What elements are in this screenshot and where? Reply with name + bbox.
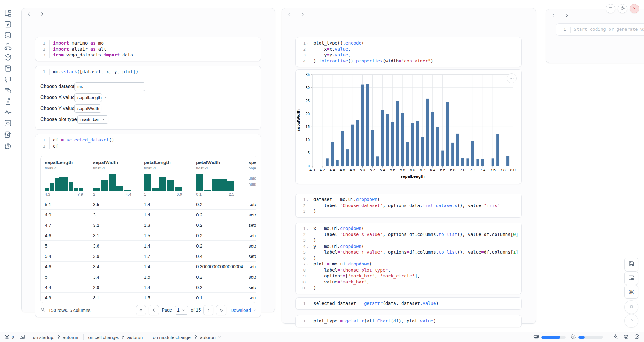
sidebar-item-ai-chat[interactable] <box>4 75 12 84</box>
column-histogram[interactable] <box>45 173 83 191</box>
shutdown-button[interactable] <box>630 4 639 13</box>
table-row[interactable]: 4.63.41.40.30000000000000004setosa <box>41 261 256 272</box>
add-cell-button[interactable] <box>264 11 270 17</box>
column-histogram[interactable] <box>196 173 234 191</box>
code-cell[interactable]: 1⌄x = mo.ui.dropdown(2 label="Choose X v… <box>295 223 522 294</box>
fold-toggle-icon[interactable]: ⌄ <box>306 197 309 203</box>
download-button[interactable]: Download <box>231 308 256 313</box>
code-line: 2import altair as alt <box>37 46 257 52</box>
chart-menu-button[interactable] <box>507 73 517 83</box>
table-row[interactable]: 4.93.11.50.1setosa <box>41 292 256 303</box>
sidebar-item-dependency-graph[interactable] <box>4 42 12 51</box>
scroll-right-icon[interactable] <box>564 13 569 18</box>
column-header-sepalWidth[interactable]: sepalWidthfloat6424.4 <box>89 156 140 199</box>
first-page-button[interactable] <box>136 305 146 315</box>
column-header-petalLength[interactable]: petalLengthfloat6416.9 <box>140 156 192 199</box>
choose-plot-type-select[interactable]: mark_bar <box>77 115 108 124</box>
line-number: 2 <box>298 46 306 52</box>
error-indicator[interactable]: 0 <box>4 334 14 340</box>
sidebar-item-datasources[interactable] <box>4 31 12 40</box>
table-search-icon[interactable] <box>40 307 45 313</box>
settings-button[interactable] <box>618 4 627 13</box>
table-row[interactable]: 4.42.91.40.2setosa <box>41 282 256 292</box>
next-page-button[interactable] <box>203 305 213 315</box>
on-cell-change-config[interactable]: on cell change: autorun <box>88 334 143 340</box>
add-cell-button[interactable] <box>525 11 531 17</box>
sidebar-item-logs[interactable] <box>4 64 12 73</box>
last-page-button[interactable] <box>216 305 226 315</box>
previous-page-button[interactable] <box>149 305 159 315</box>
keyboard-shortcuts-button[interactable]: ⌘ <box>624 285 638 299</box>
control-row: Choose X valuesepalLength <box>35 92 261 103</box>
code-editor[interactable]: 1⌄x = mo.ui.dropdown(2 label="Choose X v… <box>296 223 521 294</box>
scroll-left-icon[interactable] <box>287 12 292 17</box>
code-editor[interactable]: 1⌄plot_type().encode(2 x=x.value,3 y=y.v… <box>296 37 521 67</box>
empty-cell[interactable]: 1 Start coding or generate with AI <box>556 23 644 36</box>
code-editor[interactable]: 1⌄dataset = mo.ui.dropdown(2 label="Choo… <box>296 194 521 217</box>
code-cell[interactable]: 1import marimo as mo2import altair as al… <box>35 37 261 61</box>
generate-with-ai-link[interactable]: generate <box>617 27 638 32</box>
sidebar-item-file-explorer[interactable] <box>4 9 12 18</box>
altair-chart-output[interactable]: 4.04.24.44.64.85.05.25.45.65.86.06.26.46… <box>295 69 522 184</box>
code-editor[interactable]: 1df = selected_dataset()2df <box>35 134 261 152</box>
column-histogram[interactable] <box>144 173 182 191</box>
ai-features-button[interactable] <box>613 334 618 340</box>
column-2-header <box>282 8 536 20</box>
scroll-right-icon[interactable] <box>300 12 305 17</box>
layout-toggle-button[interactable] <box>624 271 638 285</box>
save-button[interactable] <box>624 258 638 271</box>
code-editor[interactable]: 1mo.vstack([dataset, x, y, plot]) <box>35 66 261 78</box>
menu-button[interactable] <box>606 4 615 13</box>
run-button[interactable] <box>624 314 638 328</box>
column-header-species[interactable]: speciesobjectuniquenulls: <box>244 156 256 199</box>
code-cell[interactable]: 1plot_type = getattr(alt.Chart(df), plot… <box>295 315 522 327</box>
on-startup-config[interactable]: on startup: autorun <box>33 334 78 340</box>
table-row[interactable]: 5.13.51.40.2setosa <box>41 199 256 209</box>
table-row[interactable]: 53.61.40.2setosa <box>41 240 256 251</box>
sidebar-item-help[interactable] <box>4 142 12 151</box>
sidebar-item-functions[interactable] <box>4 20 12 29</box>
sidebar-item-snippets[interactable] <box>4 119 12 127</box>
sidebar-item-packages[interactable] <box>4 53 12 62</box>
choose-x-value-select[interactable]: sepalLength <box>74 93 102 102</box>
cell-placeholder[interactable]: Start coding or generate with AI <box>570 27 644 33</box>
column-header-petalWidth[interactable]: petalWidthfloat640.12.5 <box>192 156 244 199</box>
scroll-left-icon[interactable] <box>551 13 556 18</box>
fold-toggle-icon[interactable]: ⌄ <box>306 226 309 232</box>
table-row[interactable]: 53.41.50.2setosa <box>41 272 256 282</box>
stop-button[interactable] <box>624 300 638 314</box>
code-editor[interactable]: 1plot_type = getattr(alt.Chart(df), plot… <box>296 315 521 327</box>
sidebar-item-profiler[interactable] <box>4 108 12 116</box>
scroll-right-icon[interactable] <box>40 12 45 17</box>
table-row[interactable]: 4.63.11.50.2setosa <box>41 230 256 240</box>
code-cell[interactable]: 1mo.vstack([dataset, x, y, plot])Choose … <box>35 66 261 130</box>
line-number: 7 <box>298 261 306 267</box>
terminal-button[interactable] <box>20 334 25 340</box>
code-editor[interactable]: 1selected_dataset = getattr(data, datase… <box>296 298 521 309</box>
page-number-select[interactable]: 1 <box>175 306 188 315</box>
table-row[interactable]: 4.73.21.30.2setosa <box>41 220 256 230</box>
sidebar-item-documentation[interactable] <box>4 97 12 105</box>
table-row[interactable]: 4.931.40.2setosa <box>41 209 256 220</box>
code-cell[interactable]: 1selected_dataset = getattr(data, datase… <box>295 297 522 310</box>
choose-y-value-select[interactable]: sepalWidth <box>74 104 101 113</box>
on-module-change-config[interactable]: on module change: autorun <box>153 334 221 340</box>
assistant-button[interactable] <box>623 334 629 340</box>
control-label: Choose X value <box>40 95 75 100</box>
fold-toggle-icon[interactable]: ⌄ <box>306 40 309 46</box>
code-cell[interactable]: 1df = selected_dataset()2dfsepalLengthfl… <box>35 134 261 317</box>
column-histogram[interactable] <box>93 173 131 191</box>
code-cell[interactable]: 1⌄plot_type().encode(2 x=x.value,3 y=y.v… <box>295 37 522 67</box>
connection-status-button[interactable] <box>634 334 640 340</box>
fold-toggle-icon[interactable]: ⌄ <box>306 261 309 267</box>
column-header-sepalLength[interactable]: sepalLengthfloat644.37.9 <box>41 156 89 199</box>
code-cell[interactable]: 1⌄dataset = mo.ui.dropdown(2 label="Choo… <box>295 194 522 218</box>
choose-dataset-select[interactable]: iris <box>74 82 145 91</box>
sidebar-item-scratchpad[interactable] <box>4 130 12 139</box>
scroll-left-icon[interactable] <box>27 12 32 17</box>
table-row[interactable]: 5.43.91.70.4setosa <box>41 251 256 261</box>
code-line: 7⌄plot = mo.ui.dropdown( <box>298 261 518 267</box>
code-editor[interactable]: 1import marimo as mo2import altair as al… <box>35 37 261 61</box>
fold-toggle-icon[interactable]: ⌄ <box>306 244 309 250</box>
sidebar-item-tracebacks[interactable] <box>4 86 12 94</box>
